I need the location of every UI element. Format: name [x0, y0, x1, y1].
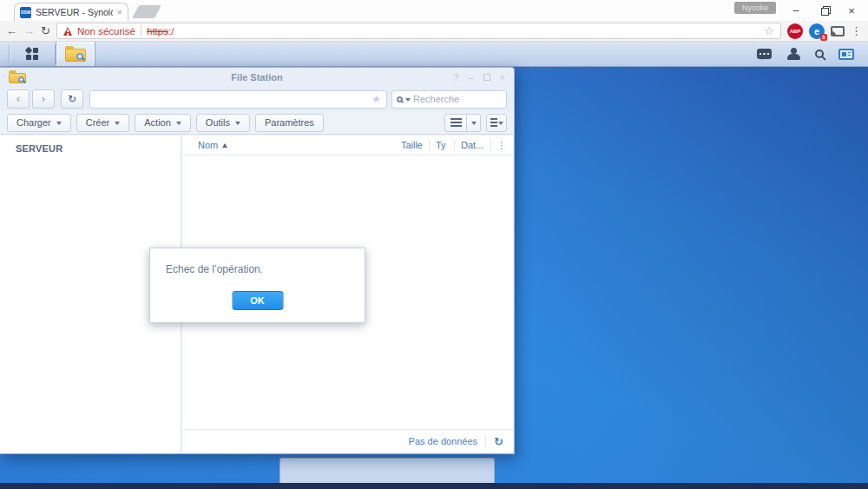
bookmark-star-icon[interactable]: ☆: [764, 24, 774, 37]
filestation-toolbar: Charger Créer Action Outils Paramètres: [0, 111, 514, 135]
creer-button[interactable]: Créer: [76, 114, 130, 132]
chevron-down-icon: [115, 122, 120, 128]
column-type[interactable]: Ty: [436, 140, 448, 150]
window-minimize-button[interactable]: –: [783, 0, 809, 21]
minimize-icon[interactable]: –: [468, 73, 473, 83]
path-bar[interactable]: ★: [89, 90, 387, 109]
list-view-icon: [450, 118, 462, 127]
browser-reload-button[interactable]: ↻: [41, 25, 50, 36]
tab-close-icon[interactable]: ×: [117, 8, 122, 17]
browser-tab[interactable]: DSM SERVEUR - Synology Dis ×: [14, 3, 128, 21]
taskbar-filestation-button[interactable]: [56, 42, 95, 66]
search-input[interactable]: [413, 94, 502, 104]
empty-status-label: Pas de données: [409, 436, 478, 446]
omnibox-separator: [141, 25, 141, 36]
close-icon[interactable]: ×: [500, 73, 505, 83]
dialog-message: Echec de l’opération.: [166, 263, 263, 275]
parametres-label: Paramètres: [265, 117, 314, 128]
favorite-star-icon[interactable]: ★: [372, 93, 381, 105]
sort-ascending-icon: [222, 143, 227, 148]
notifications-icon[interactable]: [757, 49, 772, 59]
url-rest: :/: [168, 26, 174, 36]
security-warning-label[interactable]: Non sécurisé: [77, 26, 135, 36]
dsm-taskbar: [0, 42, 868, 67]
search-box[interactable]: [391, 90, 507, 109]
taskbar-tray: [757, 48, 868, 60]
sort-arrow-icon: [498, 122, 503, 128]
outils-button[interactable]: Outils: [196, 114, 250, 132]
view-controls: [444, 114, 507, 132]
search-dropdown-icon[interactable]: [405, 98, 411, 104]
tab-title: SERVEUR - Synology Dis: [36, 7, 113, 17]
back-button[interactable]: ‹: [7, 89, 30, 109]
sort-button[interactable]: [486, 114, 507, 132]
extension-badge: 5: [820, 34, 827, 41]
new-tab-button[interactable]: [132, 5, 161, 18]
window-controls: ? – ×: [453, 68, 505, 87]
browser-forward-button[interactable]: →: [23, 25, 35, 36]
maximize-icon[interactable]: [483, 74, 490, 81]
list-column-header: Nom Taille Ty Dat... ⋮: [182, 135, 513, 155]
sidebar-server-root[interactable]: SERVEUR: [0, 135, 181, 154]
adblock-extension-icon[interactable]: ABP: [787, 23, 803, 39]
help-icon[interactable]: ?: [453, 73, 458, 83]
window-restore-button[interactable]: [812, 0, 838, 21]
dsm-favicon-icon: DSM: [20, 7, 31, 18]
search-icon[interactable]: [815, 50, 824, 58]
restore-icon: [821, 6, 830, 15]
bottom-edge: [0, 483, 868, 489]
error-dialog: Echec de l’opération. OK: [149, 248, 365, 323]
main-menu-icon: [25, 47, 39, 61]
status-bar: Pas de données ↻: [182, 429, 513, 453]
column-taille[interactable]: Taille: [401, 140, 423, 150]
address-bar[interactable]: Non sécurisé https:/ ☆: [56, 23, 781, 39]
status-divider: [485, 435, 486, 447]
ok-button[interactable]: OK: [232, 291, 283, 310]
refresh-icon[interactable]: ↻: [494, 435, 503, 448]
user-menu-icon[interactable]: [786, 48, 800, 60]
chevron-down-icon: [235, 122, 240, 128]
refresh-button[interactable]: ↻: [61, 89, 83, 109]
parametres-button[interactable]: Paramètres: [255, 114, 324, 132]
column-options-icon[interactable]: ⋮: [497, 141, 506, 150]
action-label: Action: [144, 117, 171, 128]
path-input[interactable]: [90, 94, 386, 104]
charger-button[interactable]: Charger: [7, 114, 71, 132]
charger-label: Charger: [16, 117, 51, 128]
filestation-titlebar: File Station ? – ×: [0, 68, 514, 87]
filestation-icon: [9, 70, 26, 83]
screen: DSM SERVEUR - Synology Dis × Nycoke – × …: [0, 0, 868, 489]
main-menu-button[interactable]: [10, 42, 55, 66]
sort-lines-icon: [490, 118, 497, 127]
pilot-view-icon[interactable]: [838, 49, 854, 60]
browser-menu-button[interactable]: ⋮: [851, 25, 862, 36]
browser-titlebar: DSM SERVEUR - Synology Dis × Nycoke – ×: [0, 0, 868, 21]
column-date[interactable]: Dat...: [461, 140, 484, 150]
chevron-down-icon: [471, 122, 477, 128]
action-button[interactable]: Action: [135, 114, 191, 132]
column-divider: [490, 140, 491, 151]
url-protocol: https: [147, 26, 168, 36]
creer-label: Créer: [86, 117, 110, 128]
chevron-down-icon: [176, 122, 181, 128]
forward-button[interactable]: ›: [32, 89, 55, 109]
url-text[interactable]: https:/: [147, 26, 759, 36]
background-window[interactable]: [279, 458, 495, 483]
column-divider: [454, 140, 455, 151]
extension-e-icon[interactable]: e 5: [809, 23, 825, 39]
security-warning-icon: [63, 27, 72, 36]
adblock-label: ABP: [790, 29, 801, 34]
chevron-down-icon: [56, 122, 62, 128]
view-mode-button[interactable]: [444, 114, 467, 132]
column-divider: [429, 140, 430, 151]
cast-icon[interactable]: [831, 26, 845, 36]
window-close-button[interactable]: ×: [838, 0, 865, 21]
column-nom[interactable]: Nom: [198, 140, 218, 150]
view-mode-dropdown[interactable]: [467, 114, 481, 132]
browser-toolbar: ← → ↻ Non sécurisé https:/ ☆ ABP e 5 ⋮: [0, 21, 868, 42]
minimize-icon: –: [793, 4, 799, 17]
browser-back-button[interactable]: ←: [6, 25, 17, 36]
filestation-icon: [65, 46, 86, 62]
profile-label[interactable]: Nycoke: [734, 2, 776, 14]
extension-e-label: e: [814, 26, 819, 36]
